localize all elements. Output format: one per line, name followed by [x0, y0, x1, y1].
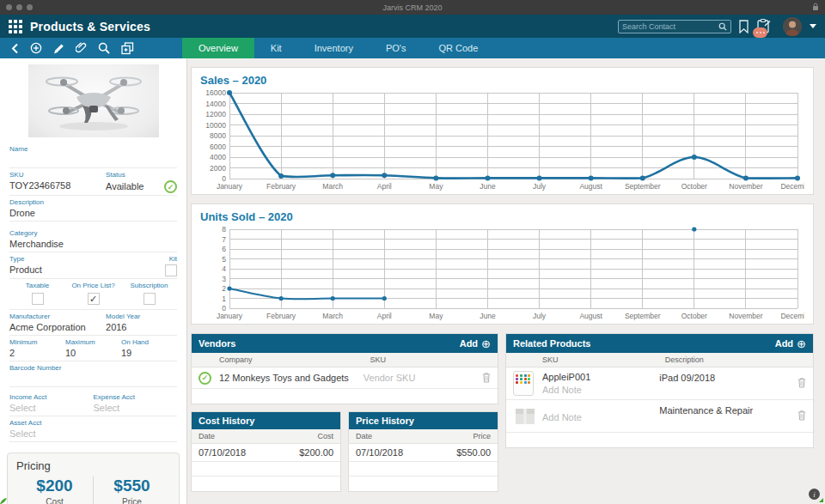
units-chart: 012345678JanuaryFebruaryMarchAprilMayJun… — [199, 226, 806, 322]
tab-kit[interactable]: Kit — [254, 38, 298, 58]
cost-date: 07/10/2018 — [199, 447, 246, 458]
search-contact-box[interactable] — [618, 20, 731, 33]
related-products-title: Related Products — [513, 338, 590, 349]
related-note-field[interactable]: Add Note — [542, 412, 659, 422]
svg-text:June: June — [480, 312, 496, 320]
svg-text:5: 5 — [222, 255, 226, 264]
svg-text:February: February — [266, 312, 296, 320]
product-detail-sidebar: Name SKU TOY23466758 Status Available — [0, 58, 187, 504]
bookmark-icon[interactable] — [739, 20, 749, 33]
svg-text:4000: 4000 — [210, 153, 226, 161]
svg-text:August: August — [579, 182, 602, 191]
cost-label: Cost — [16, 497, 93, 504]
lock-icon — [812, 3, 819, 11]
subscription-label: Subscription — [130, 282, 168, 289]
search-input[interactable] — [622, 22, 718, 31]
tab-qr-code[interactable]: QR Code — [422, 38, 494, 58]
cost-amount: $200.00 — [299, 447, 333, 458]
price-history-row[interactable]: 07/10/2018 $550.00 — [349, 444, 498, 462]
price-value: $550 — [94, 477, 170, 495]
description-field[interactable]: Drone — [9, 208, 177, 219]
on-hand-field[interactable]: 19 — [121, 348, 177, 359]
status-label: Status — [106, 171, 177, 179]
tab-pos[interactable]: PO's — [370, 38, 423, 58]
vendor-row[interactable]: 12 Monkeys Toys and Gadgets Vendor SKU — [192, 367, 498, 389]
tab-inventory[interactable]: Inventory — [298, 38, 370, 58]
notes-icon[interactable] — [756, 18, 775, 35]
income-acct-label: Income Acct — [9, 393, 94, 401]
search-records-icon[interactable] — [98, 42, 110, 54]
vendors-panel: Vendors Add ⊕ Company SKU 12 — [191, 333, 498, 404]
kit-checkbox[interactable] — [165, 264, 177, 276]
name-field[interactable] — [9, 155, 177, 166]
product-fields: Name SKU TOY23466758 Status Available — [0, 143, 186, 442]
app-menu-icon[interactable] — [9, 20, 22, 33]
vendor-sku-field[interactable]: Vendor SKU — [364, 373, 479, 383]
add-vendor-button[interactable]: Add ⊕ — [460, 338, 491, 349]
subscription-checkbox[interactable] — [144, 293, 156, 305]
manufacturer-field[interactable]: Acme Corporation — [9, 322, 106, 333]
maximum-field[interactable]: 10 — [65, 348, 121, 359]
svg-text:April: April — [377, 182, 392, 191]
trash-icon[interactable] — [794, 410, 806, 422]
trash-icon[interactable] — [794, 377, 806, 390]
tab-overview[interactable]: Overview — [182, 38, 254, 58]
asset-acct-select[interactable]: Select — [9, 428, 94, 440]
svg-text:7: 7 — [222, 235, 226, 244]
duplicate-icon[interactable] — [121, 42, 134, 55]
resize-wedge — [819, 498, 823, 502]
taxable-checkbox[interactable] — [32, 293, 44, 305]
add-record-icon[interactable] — [30, 42, 42, 54]
on-price-list-checkbox[interactable]: ✓ — [88, 293, 100, 305]
status-field[interactable]: Available — [106, 181, 144, 192]
price-empty-row[interactable] — [349, 462, 498, 477]
barcode-label: Barcode Number — [9, 364, 177, 372]
minimum-field[interactable]: 2 — [9, 348, 65, 359]
svg-text:October: October — [681, 182, 707, 191]
related-description: iPad 09/2018 — [659, 367, 794, 383]
sku-field[interactable]: TOY23466758 — [9, 180, 106, 191]
window-titlebar: Jarvis CRM 2020 — [0, 0, 825, 15]
svg-text:March: March — [322, 312, 343, 320]
cost-history-row[interactable]: 07/10/2018 $200.00 — [192, 444, 340, 462]
cost-empty-row[interactable] — [192, 462, 340, 477]
back-icon[interactable] — [11, 43, 19, 54]
edit-icon[interactable] — [53, 43, 64, 54]
related-sku[interactable]: AppleiP001 — [542, 372, 659, 382]
category-label: Category — [9, 229, 177, 237]
model-year-field[interactable]: 2016 — [106, 322, 177, 333]
chevron-down-icon[interactable] — [810, 24, 816, 28]
cost-history-title: Cost History — [199, 416, 254, 426]
expense-acct-select[interactable]: Select — [94, 403, 178, 414]
add-related-product-button[interactable]: Add ⊕ — [775, 338, 806, 349]
svg-text:1: 1 — [222, 295, 226, 303]
info-icon[interactable]: i — [809, 489, 820, 500]
income-acct-select[interactable]: Select — [9, 403, 94, 414]
avatar[interactable] — [783, 17, 802, 36]
svg-text:July: July — [533, 312, 547, 320]
type-field[interactable]: Product — [9, 264, 148, 276]
cost-empty-row[interactable] — [192, 477, 340, 491]
svg-text:2: 2 — [222, 284, 226, 293]
toolbar-tabbar: Overview Kit Inventory PO's QR Code — [0, 38, 825, 58]
manufacturer-label: Manufacturer — [9, 313, 106, 320]
price-history-panel: Price History Date Price 07/10/2018 $550… — [348, 411, 498, 492]
related-product-row[interactable]: Add Note Maintenance & Repair — [506, 400, 813, 433]
window-controls[interactable] — [6, 4, 33, 10]
svg-text:February: February — [266, 182, 296, 191]
related-empty-row[interactable] — [506, 433, 813, 447]
maximum-label: Maximum — [65, 338, 121, 346]
price-empty-row[interactable] — [349, 477, 498, 491]
vendor-empty-row[interactable] — [192, 389, 498, 404]
svg-text:September: September — [625, 182, 661, 191]
barcode-field[interactable] — [9, 373, 177, 385]
related-note-field[interactable]: Add Note — [542, 385, 659, 395]
category-field[interactable]: Merchandise — [9, 239, 177, 250]
attachment-icon[interactable] — [76, 42, 87, 54]
price-col-date: Date — [356, 432, 372, 440]
trash-icon[interactable] — [479, 372, 491, 385]
vendors-col-company: Company — [219, 355, 370, 364]
page-title: Products & Services — [30, 20, 150, 33]
related-product-row[interactable]: AppleiP001 Add Note iPad 09/2018 — [506, 367, 813, 400]
vendor-company[interactable]: 12 Monkeys Toys and Gadgets — [219, 373, 364, 383]
